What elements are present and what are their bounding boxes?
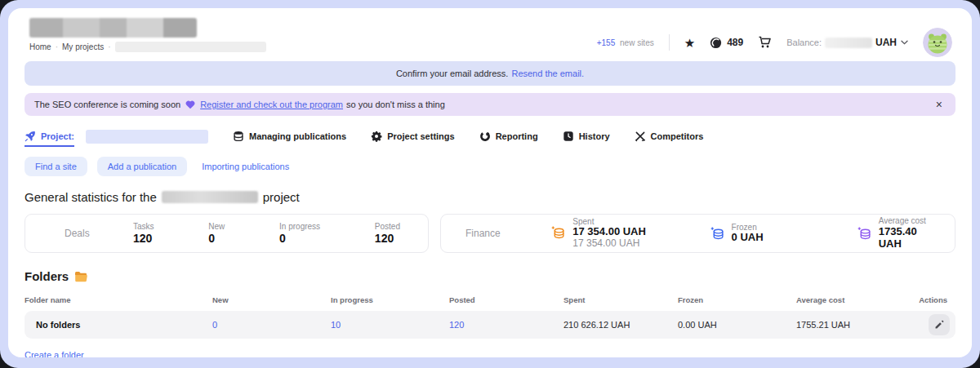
tab-reporting-label: Reporting	[496, 131, 538, 141]
star-icon: ★	[684, 37, 695, 49]
header-folder-name: Folder name	[24, 295, 212, 304]
project-tabs: Project: Managing publications Project s…	[24, 126, 956, 146]
breadcrumb: Home · My projects ·	[29, 42, 266, 52]
stat-posted-value: 120	[375, 232, 400, 245]
email-confirm-banner: Confirm your email address. Resend the e…	[24, 61, 956, 86]
coins-counter[interactable]: 489	[710, 37, 743, 49]
cart-icon	[758, 36, 772, 49]
stat-in-progress-label: In progress	[279, 222, 320, 231]
tab-managing-publications[interactable]: Managing publications	[233, 131, 346, 142]
pencil-icon	[934, 320, 944, 330]
folders-table-row: No folders 0 10 120 210 626.12 UAH 0.00 …	[24, 311, 956, 339]
cell-posted-link[interactable]: 120	[449, 320, 564, 330]
page-title: General statistics for the project	[24, 190, 956, 204]
folders-title-text: Folders	[24, 269, 69, 283]
balance-amount-redacted	[825, 38, 872, 48]
tab-project-settings[interactable]: Project settings	[371, 131, 455, 142]
stat-tasks: Tasks 120	[133, 222, 154, 245]
header: Home · My projects · +155 new sites ★	[24, 18, 956, 55]
header-posted: Posted	[449, 295, 564, 304]
stat-in-progress-value: 0	[279, 232, 320, 245]
stats-cards: Deals Tasks 120 New 0 In progress 0	[24, 214, 956, 253]
page-title-suffix: project	[263, 190, 300, 204]
deals-stats: Tasks 120 New 0 In progress 0 Posted 120	[133, 222, 400, 245]
cell-frozen: 0.00 UAH	[678, 320, 796, 330]
stat-in-progress: In progress 0	[279, 222, 320, 245]
user-avatar[interactable]	[923, 28, 952, 57]
breadcrumb-home[interactable]: Home	[29, 42, 51, 51]
header-right: +155 new sites ★ 489	[597, 28, 956, 57]
seo-banner-text: The SEO conference is coming soon Regist…	[34, 100, 933, 109]
spent-subvalue: 17 354.00 UAH	[572, 238, 646, 250]
cell-folder-name: No folders	[24, 320, 212, 330]
finance-spent: Spent 17 354.00 UAH 17 354.00 UAH	[550, 217, 709, 250]
stat-posted-label: Posted	[375, 222, 400, 231]
new-sites-link[interactable]: +155 new sites	[597, 38, 654, 47]
tab-history[interactable]: History	[563, 131, 610, 142]
cell-average-cost: 1755.21 UAH	[796, 320, 919, 330]
pie-chart-icon	[479, 131, 491, 142]
tab-project-label: Project:	[41, 131, 74, 141]
create-folder-link[interactable]: Create a folder	[24, 350, 84, 357]
crossed-swords-icon	[635, 131, 646, 142]
header-actions: Actions	[919, 295, 956, 304]
folder-icon	[74, 271, 87, 282]
logo-redacted	[29, 18, 197, 38]
breadcrumb-project-redacted	[115, 42, 266, 52]
stat-new: New 0	[208, 222, 225, 245]
seo-register-link[interactable]: Register and check out the program	[200, 100, 343, 109]
breadcrumb-my-projects[interactable]: My projects	[62, 42, 104, 51]
cell-spent: 210 626.12 UAH	[564, 320, 678, 330]
deals-card: Deals Tasks 120 New 0 In progress 0	[24, 214, 429, 253]
cell-new-link[interactable]: 0	[212, 320, 331, 330]
window-frame: Home · My projects · +155 new sites ★	[0, 0, 980, 368]
seo-conference-banner: The SEO conference is coming soon Regist…	[24, 93, 956, 116]
tab-competitors-label: Competitors	[651, 131, 704, 141]
close-icon[interactable]: ×	[933, 99, 946, 110]
find-site-button[interactable]: Find a site	[24, 157, 87, 176]
average-cost-value: 1735.40 UAH	[879, 226, 938, 251]
favorites-button[interactable]: ★	[684, 37, 695, 49]
page-title-prefix: General statistics for the	[24, 190, 157, 204]
cart-button[interactable]	[758, 36, 772, 49]
resend-email-link[interactable]: Resend the email.	[511, 69, 584, 78]
project-name-redacted	[86, 130, 208, 144]
coins-orange-icon	[550, 225, 566, 241]
header-in-progress: In progress	[331, 295, 449, 304]
new-sites-label: new sites	[620, 38, 654, 47]
header-average-cost: Average cost	[796, 295, 919, 304]
gear-icon	[371, 131, 382, 142]
seo-banner-suffix: so you don't miss a thing	[346, 100, 445, 109]
spent-value: 17 354.00 UAH	[572, 226, 646, 238]
finance-average-cost: Average cost 1735.40 UAH	[857, 216, 938, 250]
stat-tasks-value: 120	[133, 232, 154, 245]
tab-competitors[interactable]: Competitors	[635, 131, 704, 142]
tab-managing-label: Managing publications	[249, 131, 346, 141]
coin-icon	[710, 37, 722, 49]
coins-purple-icon	[857, 226, 872, 242]
history-icon	[563, 131, 574, 142]
header-spent: Spent	[564, 295, 678, 304]
importing-publications-link[interactable]: Importing publications	[202, 162, 289, 171]
tab-reporting[interactable]: Reporting	[479, 131, 538, 142]
rocket-icon	[24, 131, 36, 142]
tab-settings-label: Project settings	[387, 131, 455, 141]
balance-currency: UAH	[875, 37, 897, 48]
stat-tasks-label: Tasks	[133, 222, 154, 231]
cell-in-progress-link[interactable]: 10	[331, 320, 449, 330]
new-sites-count: +155	[597, 38, 616, 47]
add-publication-button[interactable]: Add a publication	[97, 157, 187, 176]
chevron-down-icon	[901, 40, 908, 45]
logo-area: Home · My projects ·	[24, 18, 266, 52]
balance-dropdown[interactable]: Balance: UAH	[786, 37, 908, 48]
folders-title: Folders	[24, 269, 956, 283]
edit-folder-button[interactable]	[929, 314, 950, 335]
purple-heart-icon	[185, 100, 195, 109]
avatar-image	[923, 28, 952, 57]
coins-blue-icon	[710, 226, 725, 242]
finance-frozen: Frozen 0 UAH	[710, 223, 857, 244]
tab-project[interactable]: Project:	[24, 130, 208, 144]
finance-card: Finance Spent 17 354.00 UAH 17 354.00 UA…	[440, 214, 956, 253]
stat-posted: Posted 120	[375, 222, 400, 245]
deals-card-label: Deals	[65, 228, 133, 239]
